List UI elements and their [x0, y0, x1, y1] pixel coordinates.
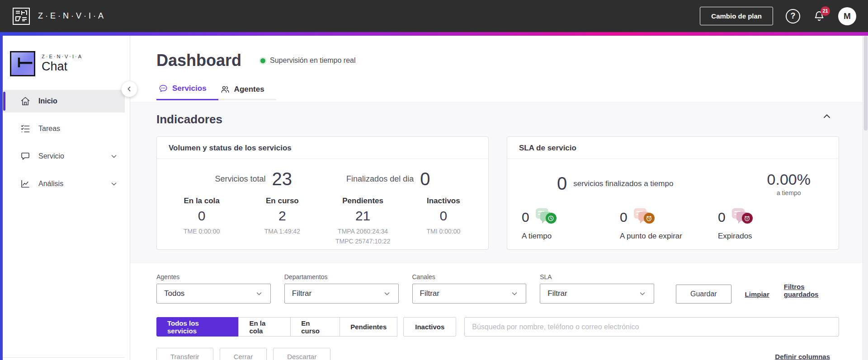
status-dot-icon — [260, 58, 265, 63]
chevron-down-icon — [510, 290, 519, 298]
product-name-text: Chat — [42, 60, 83, 74]
filter-sla: SLA Filtrar — [540, 273, 654, 304]
sidebar-item-tareas[interactable]: Tareas — [3, 117, 130, 140]
discard-button[interactable]: Descartar — [273, 348, 330, 360]
stat-pendientes: Pendientes 21 TMPA 2060:24:34 TMPC 25747… — [323, 196, 403, 246]
chevron-down-icon — [638, 290, 646, 298]
finished-today-label: Finalizados del dia — [346, 174, 414, 184]
sidebar-item-analisis[interactable]: Análisis — [3, 173, 130, 195]
sla-card-title: SLA de servicio — [507, 137, 839, 159]
expired-icon — [729, 207, 753, 227]
sidebar-item-label: Tareas — [38, 125, 60, 133]
volume-status-card: Volumen y status de los servicios Servic… — [156, 136, 489, 250]
chat-bubble-icon — [158, 84, 168, 94]
sidebar-item-label: Servicio — [38, 152, 64, 160]
services-total-label: Servicios total — [215, 174, 266, 184]
canales-select[interactable]: Filtrar — [412, 284, 527, 304]
change-plan-button[interactable]: Cambio de plan — [700, 7, 773, 25]
chevron-down-icon — [110, 152, 118, 160]
save-filters-button[interactable]: Guardar — [676, 285, 731, 304]
notifications-button[interactable]: 21 — [813, 10, 826, 23]
services-total: Servicios total 23 — [215, 169, 292, 189]
close-button[interactable]: Cerrar — [220, 348, 267, 360]
agentes-select[interactable]: Todos — [156, 284, 271, 304]
tab-servicios[interactable]: Servicios — [156, 84, 218, 100]
segment-pendientes[interactable]: Pendientes — [340, 317, 397, 337]
search-input[interactable] — [464, 317, 839, 337]
filter-agentes: Agentes Todos — [156, 273, 271, 304]
status-text: Supervisión en tiempo real — [270, 56, 355, 65]
sidebar-item-label: Inicio — [38, 97, 57, 105]
sla-finished: 0 servicios finalizados a tiempo — [557, 173, 673, 194]
sidebar-collapse-button[interactable] — [121, 81, 137, 97]
home-icon — [20, 96, 31, 107]
analytics-icon — [20, 178, 31, 189]
notification-badge: 21 — [821, 6, 830, 16]
sidebar-divider — [3, 357, 125, 358]
chat-icon — [20, 151, 31, 162]
segment-todos-los-servicios[interactable]: Todos los servicios — [156, 317, 239, 337]
tab-label: Agentes — [234, 85, 264, 94]
brand-text: Z·E·N·V·I·A — [38, 11, 106, 21]
realtime-status: Supervisión en tiempo real — [260, 56, 355, 65]
filters-bar: Agentes Todos Departamentos Filtrar Cana… — [130, 263, 863, 304]
finished-today: Finalizados del dia 0 — [346, 169, 430, 189]
sla-card: SLA de servicio 0 servicios finalizados … — [507, 136, 839, 250]
sla-percent: 0.00% a tiempo — [767, 171, 811, 196]
departamentos-select[interactable]: Filtrar — [284, 284, 399, 304]
tasks-icon — [20, 123, 31, 134]
sidebar-item-inicio[interactable]: Inicio — [3, 90, 125, 112]
segment-en-curso[interactable]: En curso — [290, 317, 340, 337]
scrollbar-thumb[interactable] — [864, 36, 868, 131]
zenvia-brand: Z·E·N·V·I·A — [12, 7, 106, 26]
sla-stat-about-to-expire: 0 A punto de expirar — [620, 207, 718, 241]
sidebar-nav: Inicio Tareas Servicio — [3, 90, 130, 195]
brand-gradient-bar — [0, 32, 868, 36]
zenvia-logo-icon — [12, 7, 31, 26]
scrollbar[interactable] — [863, 36, 868, 360]
main-content: Dashboard Supervisión en tiempo real Ser… — [130, 36, 863, 360]
sidebar: Z·E·N·V·I·A Chat Inicio — [3, 36, 130, 360]
service-filter-bar: Todos los servicios En la cola En curso … — [130, 304, 863, 337]
main-tabs: Servicios Agentes — [156, 84, 276, 100]
sla-stat-on-time: 0 A tiempo — [522, 207, 620, 241]
zenvia-chat-app: Z·E·N·V·I·A Cambio de plan ? 21 M — [0, 0, 868, 360]
about-to-expire-icon — [631, 207, 655, 227]
chevron-up-icon[interactable] — [822, 112, 832, 122]
services-total-value: 23 — [272, 169, 292, 189]
chevron-left-icon — [126, 85, 133, 93]
help-icon[interactable]: ? — [786, 9, 800, 23]
people-icon — [220, 84, 230, 94]
inactivos-button[interactable]: Inactivos — [403, 317, 456, 337]
page-title: Dashboard — [156, 51, 241, 70]
service-segments: Todos los servicios En la cola En curso … — [156, 317, 397, 337]
filter-departamentos: Departamentos Filtrar — [284, 273, 399, 304]
stat-en-la-cola: En la cola 0 TME 0:00:00 — [161, 196, 242, 246]
on-time-icon — [533, 207, 557, 227]
sla-stat-expired: 0 Expirados — [718, 207, 816, 241]
product-brand-text: Z·E·N·V·I·A — [42, 54, 83, 59]
tab-label: Servicios — [172, 84, 207, 93]
sla-select[interactable]: Filtrar — [540, 284, 654, 304]
chevron-down-icon — [383, 290, 391, 298]
segment-en-la-cola[interactable]: En la cola — [238, 317, 291, 337]
stat-en-curso: En curso 2 TMA 1:49:42 — [242, 196, 322, 246]
finished-today-value: 0 — [420, 169, 430, 189]
sidebar-item-label: Análisis — [38, 180, 63, 188]
define-columns-link[interactable]: Definir columnas — [775, 353, 830, 360]
sidebar-item-servicio[interactable]: Servicio — [3, 145, 130, 168]
stat-inactivos: Inactivos 0 TMI 0:00:00 — [403, 196, 484, 246]
saved-filters-link[interactable]: Filtros guardados — [784, 283, 839, 298]
avatar[interactable]: M — [838, 7, 856, 25]
chevron-down-icon — [255, 290, 263, 298]
tab-agentes[interactable]: Agentes — [218, 84, 276, 100]
filter-canales: Canales Filtrar — [412, 273, 527, 304]
actions-bar: Transferir Cerrar Descartar Definir colu… — [130, 337, 863, 360]
transfer-button[interactable]: Transferir — [156, 348, 213, 360]
indicators-heading: Indicadores — [156, 112, 839, 126]
volume-card-title: Volumen y status de los servicios — [157, 137, 488, 159]
clear-filters-link[interactable]: Limpiar — [745, 290, 769, 298]
product-logo: Z·E·N·V·I·A Chat — [10, 51, 130, 76]
indicators-section: Indicadores Volumen y status de los serv… — [130, 102, 863, 263]
chevron-down-icon — [110, 180, 118, 188]
